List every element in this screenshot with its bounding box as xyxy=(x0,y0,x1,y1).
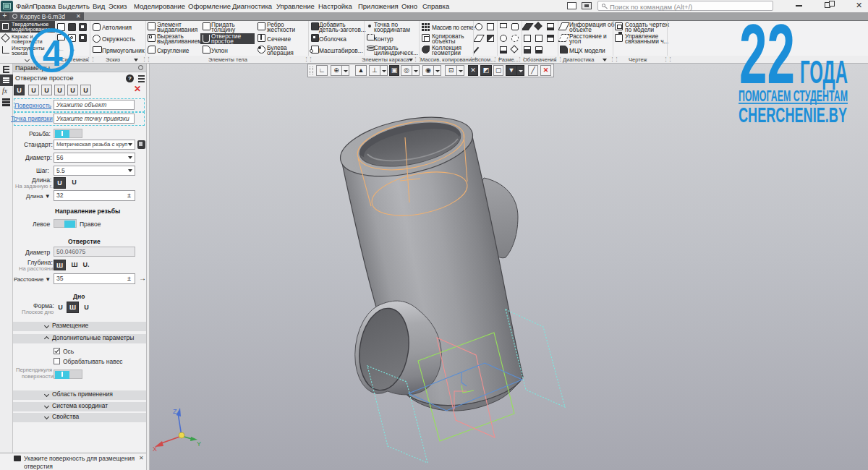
svg-text:ГОДА: ГОДА xyxy=(800,54,848,90)
svg-text:ПОМОГАЕМ СТУДЕНТАМ: ПОМОГАЕМ СТУДЕНТАМ xyxy=(739,87,848,105)
svg-text:CHERCHENIE.BY: CHERCHENIE.BY xyxy=(739,103,847,127)
svg-text:Z: Z xyxy=(173,408,177,415)
svg-text:X: X xyxy=(153,445,157,453)
svg-text:Y: Y xyxy=(197,440,201,448)
